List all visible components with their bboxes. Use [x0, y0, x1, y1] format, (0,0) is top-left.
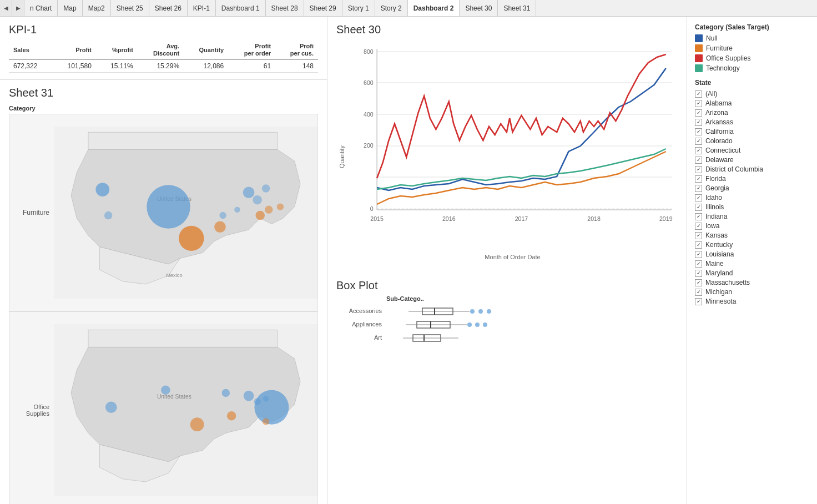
kpi-section: KPI-1 Sales Profit %profit Avg.Discount … [0, 17, 327, 80]
state-item-louisiana[interactable]: ✓Louisiana [695, 250, 809, 258]
kpi-header-profit-per-cus: Profiper cus. [275, 42, 318, 60]
state-item-florida[interactable]: ✓Florida [695, 175, 809, 183]
state-item-connecticut[interactable]: ✓Connecticut [695, 147, 809, 154]
map-label-furniture: Furniture [9, 209, 54, 216]
state-checkbox[interactable]: ✓ [695, 251, 702, 258]
tab-item-n-chart[interactable]: n Chart [24, 0, 58, 17]
tab-prev-btn[interactable]: ◀ [0, 0, 12, 17]
state-item-district-of-columbia[interactable]: ✓District of Columbia [695, 165, 809, 173]
svg-point-14 [265, 206, 273, 214]
tab-item-story-2[interactable]: Story 2 [375, 0, 408, 17]
state-item-michigan[interactable]: ✓Michigan [695, 288, 809, 296]
svg-point-19 [161, 386, 170, 395]
state-checkbox[interactable]: ✓ [695, 194, 702, 201]
state-checkbox[interactable]: ✓ [695, 90, 702, 98]
state-item-arkansas[interactable]: ✓Arkansas [695, 118, 809, 126]
state-item-delaware[interactable]: ✓Delaware [695, 156, 809, 164]
legend-categories: NullFurnitureOffice SuppliesTechnology [695, 34, 809, 72]
boxplot-label-appliances: Appliances [336, 321, 386, 327]
state-checkbox[interactable]: ✓ [695, 232, 702, 239]
map-svg-furniture: United States Mexico [54, 114, 317, 311]
state-item-indiana[interactable]: ✓Indiana [695, 213, 809, 220]
tab-item-story-1[interactable]: Story 1 [342, 0, 375, 17]
state-checkbox[interactable]: ✓ [695, 100, 702, 107]
state-checkbox[interactable]: ✓ [695, 260, 702, 268]
svg-point-3 [147, 185, 190, 229]
state-checkbox[interactable]: ✓ [695, 289, 702, 296]
line-chart-svg: 800 600 400 200 0 2015 2016 2017 2018 20… [347, 41, 678, 251]
state-label: Indiana [705, 213, 727, 220]
state-item-minnesota[interactable]: ✓Minnesota [695, 298, 809, 305]
tab-item-sheet-28[interactable]: Sheet 28 [266, 0, 304, 17]
state-checkbox[interactable]: ✓ [695, 223, 702, 230]
kpi-val-sales: 672,322 [9, 60, 52, 73]
state-checkbox[interactable]: ✓ [695, 138, 702, 145]
state-checkbox[interactable]: ✓ [695, 119, 702, 126]
legend-item-label: Office Supplies [706, 54, 751, 62]
state-item-(all)[interactable]: ✓(All) [695, 90, 809, 98]
map-label-office: OfficeSupplies [9, 404, 54, 417]
svg-text:2015: 2015 [370, 216, 384, 222]
state-checkbox[interactable]: ✓ [695, 185, 702, 192]
state-checkbox[interactable]: ✓ [695, 175, 702, 183]
tab-item-sheet-30[interactable]: Sheet 30 [460, 0, 498, 17]
tab-next-btn[interactable]: ▶ [12, 0, 24, 17]
state-checkbox[interactable]: ✓ [695, 109, 702, 117]
state-checkbox[interactable]: ✓ [695, 298, 702, 305]
kpi-header-avg-discount: Avg.Discount [138, 42, 184, 60]
state-item-arizona[interactable]: ✓Arizona [695, 109, 809, 117]
state-label: Maine [705, 260, 724, 268]
tab-item-sheet-31[interactable]: Sheet 31 [498, 0, 536, 17]
state-checkbox[interactable]: ✓ [695, 157, 702, 164]
state-checkbox[interactable]: ✓ [695, 128, 702, 135]
state-label: Kentucky [705, 241, 733, 249]
tab-item-sheet-26[interactable]: Sheet 26 [149, 0, 188, 17]
state-item-iowa[interactable]: ✓Iowa [695, 222, 809, 230]
state-item-georgia[interactable]: ✓Georgia [695, 184, 809, 192]
kpi-title: KPI-1 [9, 23, 318, 36]
state-label: Idaho [705, 194, 722, 201]
sheet31-section: Sheet 31 Category Furniture [0, 80, 327, 504]
boxplot-visual-accessories [386, 305, 678, 316]
tab-item-kpi-1[interactable]: KPI-1 [188, 0, 216, 17]
state-checkbox[interactable]: ✓ [695, 241, 702, 249]
state-checkbox[interactable]: ✓ [695, 270, 702, 277]
state-checkbox[interactable]: ✓ [695, 204, 702, 211]
state-checkbox[interactable]: ✓ [695, 166, 702, 173]
kpi-header-sales: Sales [9, 42, 52, 60]
tab-item-dashboard-2[interactable]: Dashboard 2 [408, 0, 460, 17]
state-label: Alabama [705, 99, 732, 107]
state-item-kentucky[interactable]: ✓Kentucky [695, 241, 809, 249]
state-label: Maryland [705, 269, 733, 277]
tab-item-sheet-25[interactable]: Sheet 25 [111, 0, 149, 17]
tab-item-map2[interactable]: Map2 [83, 0, 111, 17]
tab-item-sheet-29[interactable]: Sheet 29 [304, 0, 342, 17]
state-item-california[interactable]: ✓California [695, 128, 809, 135]
state-label: California [705, 128, 734, 135]
tab-item-dashboard-1[interactable]: Dashboard 1 [216, 0, 266, 17]
state-item-alabama[interactable]: ✓Alabama [695, 99, 809, 107]
state-label: District of Columbia [705, 165, 763, 173]
svg-text:Mexico: Mexico [166, 273, 182, 278]
state-item-colorado[interactable]: ✓Colorado [695, 137, 809, 145]
state-item-maryland[interactable]: ✓Maryland [695, 269, 809, 277]
svg-text:600: 600 [364, 80, 374, 86]
legend-item-furniture: Furniture [695, 44, 809, 52]
state-item-kansas[interactable]: ✓Kansas [695, 231, 809, 239]
state-checkbox[interactable]: ✓ [695, 213, 702, 220]
state-label: Michigan [705, 288, 732, 296]
tab-item-map[interactable]: Map [58, 0, 82, 17]
svg-point-4 [95, 183, 109, 197]
kpi-val-profit-per-cus: 148 [275, 60, 318, 73]
state-item-idaho[interactable]: ✓Idaho [695, 194, 809, 201]
state-checkbox[interactable]: ✓ [695, 279, 702, 286]
state-list: ✓(All)✓Alabama✓Arizona✓Arkansas✓Californ… [695, 90, 809, 305]
state-item-illinois[interactable]: ✓Illinois [695, 203, 809, 211]
state-item-maine[interactable]: ✓Maine [695, 260, 809, 268]
kpi-row: 672,322 101,580 15.11% 15.29% 12,086 61 … [9, 60, 318, 73]
state-checkbox[interactable]: ✓ [695, 147, 702, 154]
state-item-massachusetts[interactable]: ✓Massachusetts [695, 279, 809, 286]
boxplot-visual-appliances [386, 319, 678, 330]
svg-point-24 [254, 390, 289, 425]
legend-color-swatch [695, 64, 703, 72]
